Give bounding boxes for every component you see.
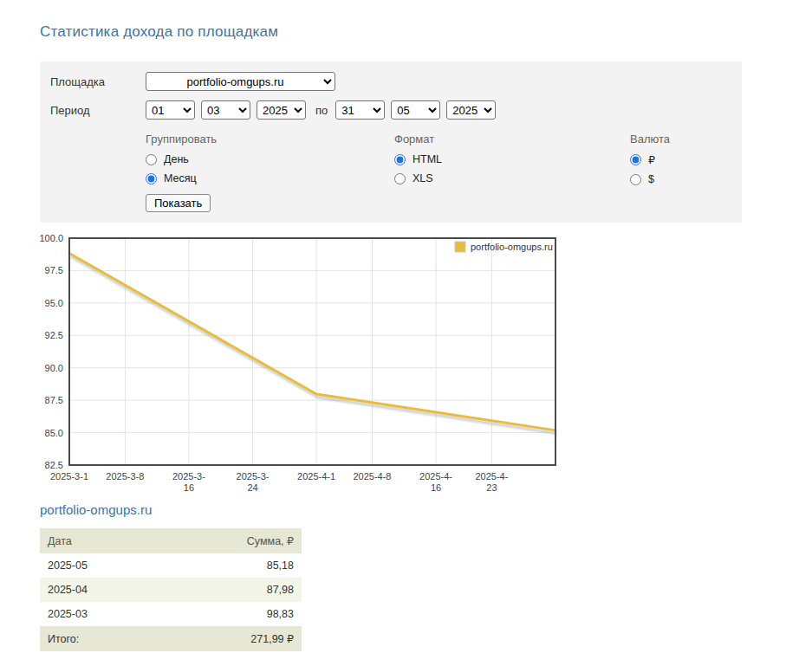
submit-row: Показать <box>50 194 731 212</box>
total-label: Итого: <box>40 626 171 651</box>
svg-text:95.0: 95.0 <box>45 298 63 308</box>
svg-text:2025-4-: 2025-4- <box>419 471 452 482</box>
period-to-day-select[interactable]: 31 <box>335 100 385 120</box>
currency-rub-radio[interactable] <box>630 154 641 165</box>
currency-usd-label: $ <box>648 173 654 185</box>
svg-text:2025-4-8: 2025-4-8 <box>353 471 391 482</box>
show-button[interactable]: Показать <box>146 194 211 212</box>
series-line-shadow <box>71 256 557 433</box>
column-header-date: Дата <box>40 528 171 553</box>
period-from-year-select[interactable]: 2025 <box>257 100 306 120</box>
svg-text:2025-4-: 2025-4- <box>475 471 508 482</box>
format-label: Формат <box>394 133 630 145</box>
options-row: Группировать День Месяц Формат HTML XLS … <box>50 133 731 192</box>
group-option-month[interactable]: Месяц <box>146 172 394 184</box>
currency-rub-label: ₽ <box>648 153 655 166</box>
chart-svg: 82.585.087.590.092.595.097.5100.02025-3-… <box>0 234 607 494</box>
platform-label: Площадка <box>50 75 146 88</box>
period-separator: по <box>315 104 328 117</box>
legend-swatch <box>455 242 465 252</box>
cell-sum: 85,18 <box>171 553 302 578</box>
period-to-month-select[interactable]: 05 <box>391 100 440 120</box>
series-line <box>69 254 555 430</box>
format-xls-label: XLS <box>412 172 433 184</box>
format-html-label: HTML <box>412 153 442 165</box>
column-header-sum: Сумма, ₽ <box>171 528 302 553</box>
group-month-radio[interactable] <box>146 173 157 184</box>
svg-text:85.0: 85.0 <box>45 428 63 438</box>
group-option-day[interactable]: День <box>146 153 394 165</box>
legend-label: portfolio-omgups.ru <box>471 242 553 252</box>
currency-option-usd[interactable]: $ <box>630 173 670 185</box>
table-heading: portfolio-omgups.ru <box>40 502 812 517</box>
svg-text:2025-3-: 2025-3- <box>172 471 205 482</box>
svg-text:92.5: 92.5 <box>45 330 63 340</box>
format-option-html[interactable]: HTML <box>394 153 630 165</box>
svg-text:87.5: 87.5 <box>45 395 63 405</box>
filter-panel: Площадка portfolio-omgups.ru Период 01 0… <box>40 61 742 223</box>
group-day-label: День <box>164 153 189 165</box>
svg-text:100.0: 100.0 <box>39 234 63 243</box>
group-label: Группировать <box>146 133 394 145</box>
period-to-year-select[interactable]: 2025 <box>446 100 496 120</box>
period-from-day-select[interactable]: 01 <box>146 100 195 120</box>
total-value: 271,99 ₽ <box>171 626 302 651</box>
platform-row: Площадка portfolio-omgups.ru <box>50 72 731 91</box>
period-label: Период <box>50 104 146 117</box>
currency-label: Валюта <box>630 133 670 145</box>
svg-text:82.5: 82.5 <box>45 460 63 470</box>
period-from-month-select[interactable]: 03 <box>201 100 250 120</box>
cell-sum: 87,98 <box>171 578 302 602</box>
cell-date: 2025-05 <box>40 553 171 578</box>
svg-text:2025-3-: 2025-3- <box>237 471 270 482</box>
y-axis-labels: 82.585.087.590.092.595.097.5100.0 <box>39 234 63 470</box>
currency-option-rub[interactable]: ₽ <box>630 153 670 166</box>
period-row: Период 01 03 2025 по 31 05 2025 <box>50 100 731 120</box>
group-day-radio[interactable] <box>146 154 157 165</box>
svg-text:24: 24 <box>247 482 257 493</box>
cell-sum: 98,83 <box>171 602 302 626</box>
table-total-row: Итого: 271,99 ₽ <box>40 626 302 651</box>
table-row: 2025-0585,18 <box>40 553 302 578</box>
svg-text:2025-3-8: 2025-3-8 <box>106 471 144 482</box>
group-section: Группировать День Месяц <box>146 133 394 191</box>
svg-text:2025-4-1: 2025-4-1 <box>297 471 335 482</box>
group-month-label: Месяц <box>164 172 197 184</box>
cell-date: 2025-04 <box>40 578 171 602</box>
format-xls-radio[interactable] <box>394 173 406 184</box>
cell-date: 2025-03 <box>40 602 171 626</box>
svg-text:90.0: 90.0 <box>45 363 63 373</box>
svg-text:16: 16 <box>431 482 441 493</box>
currency-usd-radio[interactable] <box>630 174 641 185</box>
page-title: Статистика дохода по площадкам <box>40 23 812 41</box>
svg-text:2025-3-1: 2025-3-1 <box>50 471 88 482</box>
format-html-radio[interactable] <box>394 154 406 165</box>
chart-legend: portfolio-omgups.ru <box>455 242 553 252</box>
x-axis-labels: 2025-3-12025-3-82025-3-162025-3-242025-4… <box>50 471 509 493</box>
chart-gridlines <box>69 238 555 465</box>
svg-text:16: 16 <box>184 482 194 493</box>
format-section: Формат HTML XLS <box>394 133 630 191</box>
chart-border <box>69 238 555 465</box>
table-row: 2025-0398,83 <box>40 602 302 626</box>
platform-select[interactable]: portfolio-omgups.ru <box>146 72 335 91</box>
income-chart: 82.585.087.590.092.595.097.5100.02025-3-… <box>0 234 812 494</box>
svg-text:23: 23 <box>486 482 497 493</box>
table-row: 2025-0487,98 <box>40 578 302 602</box>
table-header-row: Дата Сумма, ₽ <box>40 528 302 553</box>
currency-section: Валюта ₽ $ <box>630 133 670 192</box>
format-option-xls[interactable]: XLS <box>394 172 630 184</box>
svg-text:97.5: 97.5 <box>45 265 63 275</box>
income-table: Дата Сумма, ₽ 2025-0585,182025-0487,9820… <box>40 528 302 651</box>
